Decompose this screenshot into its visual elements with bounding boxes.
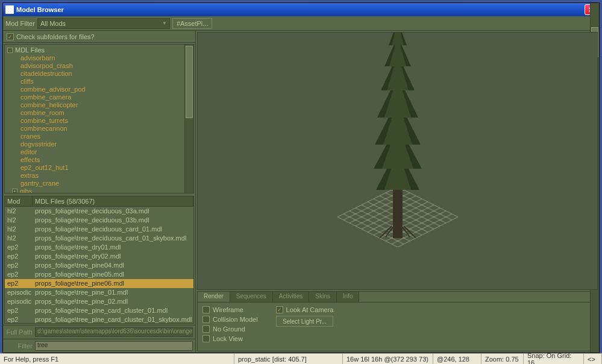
checkbox-icon[interactable]: [202, 325, 210, 333]
right-panel: RenderSequencesActivitiesSkinsInfo Wiref…: [196, 31, 599, 353]
render-option[interactable]: Lock View: [202, 335, 258, 342]
tree-item[interactable]: +gibs: [7, 187, 191, 193]
list-row[interactable]: ep2props_foliage\tree_pine05.mdl: [5, 270, 193, 279]
checkbox-icon[interactable]: [202, 335, 210, 342]
tree-item[interactable]: cliffs: [7, 78, 191, 86]
status-cursor: @246, 128: [433, 354, 481, 364]
list-row[interactable]: ep2props_foliage\tree_pine06.mdl: [5, 279, 193, 288]
status-zoom: Zoom: 0.75: [481, 354, 524, 364]
list-row[interactable]: episodicprops_foliage\tree_pine_01.mdl: [5, 288, 193, 297]
asset-picker-button[interactable]: #AssetPi...: [172, 18, 213, 29]
tree-item[interactable]: ep2_out12_hut1: [7, 164, 191, 172]
list-header-files[interactable]: MDL Files (58/3067): [33, 196, 193, 206]
tree-item[interactable]: cranes: [7, 133, 191, 140]
mod-filter-label: Mod Filter: [5, 20, 35, 27]
tree-collapse-icon[interactable]: -: [7, 48, 13, 53]
tree-item[interactable]: dogvsstrider: [7, 140, 191, 148]
filter-label: Filter: [5, 342, 33, 350]
render-panel: RenderSequencesActivitiesSkinsInfo Wiref…: [197, 291, 598, 351]
tree-item[interactable]: combine_advisor_pod: [7, 86, 191, 93]
left-panel: ✓ Check subfolders for files? - MDL File…: [3, 31, 196, 353]
tree-item[interactable]: combine_helicopter: [7, 101, 191, 109]
status-dims: 16w 16l 16h @(372 293 73): [343, 354, 433, 364]
full-path-label: Full Path: [5, 328, 33, 336]
tree-item[interactable]: gantry_crane: [7, 180, 191, 187]
tree-item[interactable]: advisorpod_crash: [7, 62, 191, 70]
check-subfolders-row: ✓ Check subfolders for files?: [3, 31, 195, 43]
list-row[interactable]: ep2props_foliage\tree_pine_card_cluster_…: [5, 306, 193, 315]
list-row[interactable]: hl2props_foliage\tree_deciduous_card_01.…: [5, 225, 193, 234]
model-list[interactable]: Mod MDL Files (58/3067) hl2props_foliage…: [4, 196, 194, 324]
list-row[interactable]: episodicprops_foliage\tree_pine_02.mdl: [5, 297, 193, 306]
check-subfolders-label: Check subfolders for files?: [16, 33, 95, 40]
status-snap: Snap: On Grid: 16: [524, 354, 584, 364]
tree-item[interactable]: extras: [7, 172, 191, 180]
tab-sequences[interactable]: Sequences: [230, 292, 273, 302]
app-icon: [5, 5, 14, 14]
list-row[interactable]: ep2props_foliage\tree_pine_card_cluster_…: [5, 315, 193, 324]
render-option[interactable]: ✓Look At Camera: [276, 306, 334, 313]
list-row[interactable]: ep2props_foliage\tree_dry01.mdl: [5, 243, 193, 252]
status-end: <>: [584, 354, 602, 364]
status-prop: prop_static [dist: 405.7]: [234, 354, 343, 364]
list-row[interactable]: hl2props_foliage\tree_deciduous_03a.mdl: [5, 207, 193, 216]
tree-item[interactable]: combinecannon: [7, 125, 191, 133]
window-title: Model Browser: [16, 6, 585, 13]
toolbar: Mod Filter All Mods #AssetPi...: [3, 16, 599, 31]
statusbar: For Help, press F1 prop_static [dist: 40…: [0, 353, 602, 364]
tree-item[interactable]: combine_camera: [7, 93, 191, 101]
tab-info[interactable]: Info: [337, 292, 360, 302]
tree-expand-icon[interactable]: +: [12, 189, 17, 193]
tree-item[interactable]: editor: [7, 148, 191, 156]
list-row[interactable]: ep2props_foliage\tree_dry02.mdl: [5, 252, 193, 261]
tab-activities[interactable]: Activities: [273, 292, 309, 302]
model-preview: [356, 32, 440, 238]
check-subfolders-checkbox[interactable]: ✓: [7, 33, 14, 40]
tree-root[interactable]: - MDL Files: [7, 46, 191, 54]
titlebar[interactable]: Model Browser ✕: [3, 3, 599, 16]
tab-skins[interactable]: Skins: [309, 292, 336, 302]
list-row[interactable]: hl2props_foliage\tree_deciduous_card_01_…: [5, 234, 193, 243]
filter-input[interactable]: tree: [35, 341, 193, 351]
render-option[interactable]: Wireframe: [202, 306, 258, 313]
list-row[interactable]: hl2props_foliage\tree_deciduous_03b.mdl: [5, 216, 193, 225]
checkbox-icon[interactable]: [202, 316, 210, 323]
folder-tree[interactable]: - MDL Files advisorbarnadvisorpod_crashc…: [4, 44, 194, 193]
mod-filter-dropdown[interactable]: All Mods: [37, 18, 170, 29]
list-header: Mod MDL Files (58/3067): [5, 196, 193, 207]
model-browser-window: Model Browser ✕ Mod Filter All Mods #Ass…: [2, 2, 600, 353]
tree-item[interactable]: advisorbarn: [7, 54, 191, 62]
render-option[interactable]: No Ground: [202, 325, 258, 333]
tree-item[interactable]: effects: [7, 156, 191, 164]
render-option[interactable]: Collision Model: [202, 316, 258, 323]
tree-item[interactable]: combine_turrets: [7, 117, 191, 125]
list-header-mod[interactable]: Mod: [5, 196, 33, 206]
render-tabs: RenderSequencesActivitiesSkinsInfo: [198, 292, 597, 303]
select-light-button[interactable]: Select Light Pr...: [276, 316, 334, 327]
model-viewport[interactable]: [197, 32, 598, 290]
tree-scrollbar[interactable]: [184, 45, 193, 193]
tree-item[interactable]: citadeldestruction: [7, 70, 191, 78]
full-path-row: Full Path d:\games\steam\steamapps\lord6…: [3, 325, 195, 339]
status-help: For Help, press F1: [0, 354, 234, 364]
list-row[interactable]: ep2props_foliage\tree_pine04.mdl: [5, 261, 193, 270]
tree-item[interactable]: combine_room: [7, 109, 191, 117]
tab-render[interactable]: Render: [198, 292, 230, 302]
checkbox-icon[interactable]: [202, 306, 210, 313]
checkbox-icon[interactable]: ✓: [276, 306, 283, 313]
filter-row: Filter tree: [3, 339, 195, 353]
full-path-input[interactable]: d:\games\steam\steamapps\lord636\sources…: [35, 327, 193, 337]
